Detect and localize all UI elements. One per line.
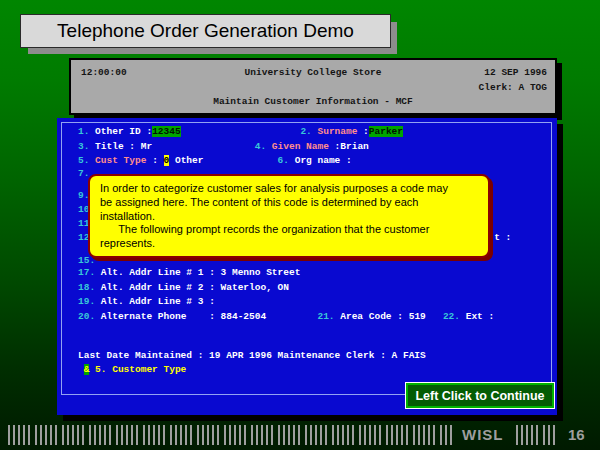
- form-text: Last Date Maintained : 19 APR 1996 Maint…: [78, 350, 426, 361]
- form-text: Cust Type: [95, 155, 152, 166]
- form-text: :: [152, 155, 163, 166]
- form-text: 5. Customer Type: [89, 364, 186, 375]
- form-text: 21.: [317, 311, 340, 322]
- header-row-1: 12:00:00 University College Store 12 SEP…: [71, 67, 555, 78]
- spacer: [266, 311, 317, 322]
- tooltip-line: installation.: [100, 210, 478, 224]
- form-text: :Brian: [335, 141, 369, 152]
- footer-brand: WISL: [462, 426, 504, 443]
- form-text: Alt. Addr Line # 2 : Waterloo, ON: [101, 282, 289, 293]
- header-date: 12 SEP 1996: [484, 67, 547, 78]
- form-text: Alternate Phone : 884-2504: [101, 311, 266, 322]
- form-text: Area Code : 519: [340, 311, 426, 322]
- tooltip-line: In order to categorize customer sales fo…: [100, 182, 478, 196]
- form-text: 19.: [78, 296, 101, 307]
- form-row: 1. Other ID :12345 2. Surname :Parker: [78, 126, 403, 138]
- tooltip-text: In order to categorize customer sales fo…: [100, 182, 478, 251]
- header-time: 12:00:00: [81, 67, 127, 78]
- form-text: 22.: [443, 311, 466, 322]
- terminal-screen: 1. Other ID :12345 2. Surname :Parker3. …: [57, 118, 557, 415]
- form-text: 3.: [78, 141, 95, 152]
- form-row: 5. Cust Type : 0 Other 6. Org name :: [78, 155, 352, 167]
- form-text: 20.: [78, 311, 101, 322]
- form-text: Ext :: [466, 311, 495, 322]
- page-number: 16: [568, 426, 585, 443]
- form-row: & 5. Customer Type: [78, 364, 186, 376]
- title-banner: Telephone Order Generation Demo: [20, 14, 391, 48]
- spacer: [152, 141, 255, 152]
- form-row: 17. Alt. Addr Line # 1 : 3 Menno Street: [78, 267, 300, 279]
- spacer: [203, 155, 277, 166]
- form-text: 2.: [300, 126, 317, 137]
- field-value-highlight[interactable]: 12345: [152, 126, 181, 137]
- form-row: 18. Alt. Addr Line # 2 : Waterloo, ON: [78, 282, 289, 294]
- header-screen-title: Maintain Customer Information - MCF: [71, 96, 555, 107]
- barcode-left: [8, 425, 454, 445]
- tooltip-line: The following prompt records the organiz…: [100, 223, 478, 237]
- spacer: [78, 364, 84, 375]
- form-text: Given Name: [272, 141, 335, 152]
- spacer: [426, 311, 443, 322]
- header-clerk: Clerk: A TOG: [71, 82, 555, 93]
- form-text: 5.: [78, 155, 95, 166]
- header-store-name: University College Store: [245, 67, 382, 78]
- form-row: 20. Alternate Phone : 884-2504 21. Area …: [78, 311, 494, 323]
- tooltip-line: represents.: [100, 237, 478, 251]
- form-text: Other: [169, 155, 203, 166]
- form-row: 3. Title : Mr 4. Given Name :Brian: [78, 141, 369, 153]
- form-text: :: [363, 126, 369, 137]
- terminal-header: 12:00:00 University College Store 12 SEP…: [69, 58, 557, 115]
- form-text: 7.: [78, 168, 89, 179]
- form-text: 6.: [278, 155, 295, 166]
- form-text: Alt. Addr Line # 1 : 3 Menno Street: [101, 267, 301, 278]
- form-text: Org name :: [295, 155, 352, 166]
- form-text: 1.: [78, 126, 95, 137]
- continue-button[interactable]: Left Click to Continue: [406, 383, 554, 408]
- form-row: 19. Alt. Addr Line # 3 :: [78, 296, 215, 308]
- page-title: Telephone Order Generation Demo: [57, 20, 354, 41]
- barcode-right: [516, 425, 556, 445]
- tooltip: In order to categorize customer sales fo…: [88, 174, 490, 258]
- form-row: Last Date Maintained : 19 APR 1996 Maint…: [78, 350, 426, 362]
- form-text: Alt. Addr Line # 3 :: [101, 296, 215, 307]
- slide: Telephone Order Generation Demo 12:00:00…: [0, 0, 600, 450]
- form-text: 4.: [255, 141, 272, 152]
- form-text: 18.: [78, 282, 101, 293]
- spacer: [181, 126, 301, 137]
- form-text: Surname: [317, 126, 363, 137]
- form-text: t :: [494, 232, 511, 243]
- tooltip-line: be assigned here. The content of this co…: [100, 196, 478, 210]
- form-text: Title : Mr: [95, 141, 152, 152]
- form-text: Other ID :: [95, 126, 152, 137]
- field-value-highlight[interactable]: Parker: [369, 126, 403, 137]
- form-text: 17.: [78, 267, 101, 278]
